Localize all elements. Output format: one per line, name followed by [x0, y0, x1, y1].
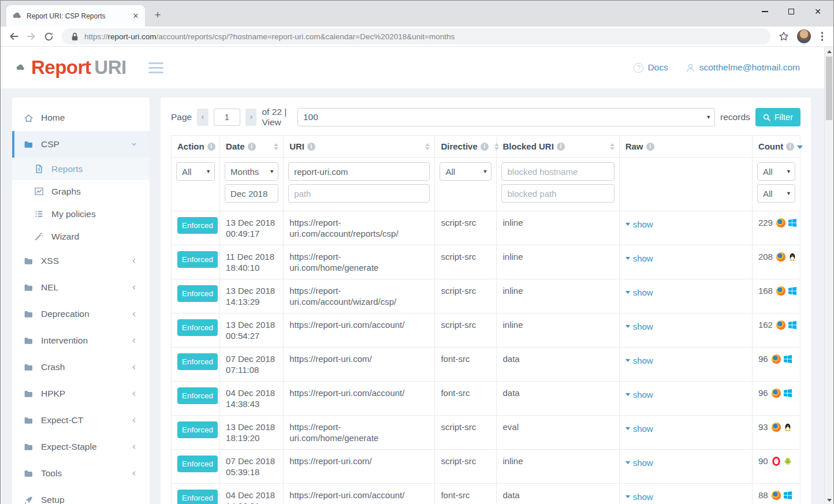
url-bar[interactable]: https://report-uri.com/account/reports/c… [62, 28, 770, 44]
firefox-icon [772, 423, 781, 432]
sidebar-item-wizard[interactable]: Wizard [12, 225, 150, 248]
sidebar-item-nel[interactable]: NEL [12, 274, 150, 301]
new-tab-button[interactable]: + [151, 8, 165, 22]
show-raw-link[interactable]: show [626, 321, 653, 332]
table-row: Enforced04 Dec 2018 14:38:43https://repo… [172, 382, 801, 416]
sidebar-item-setup[interactable]: Setup [12, 487, 150, 504]
scrollbar-thumb[interactable] [826, 57, 832, 120]
action-filter-select[interactable]: All▼ [176, 162, 215, 181]
sidebar-item-expect-ct[interactable]: Expect-CT [12, 407, 150, 434]
page-number-input[interactable] [214, 109, 240, 126]
back-arrow-icon [9, 31, 19, 42]
show-raw-link[interactable]: show [626, 423, 653, 434]
raw-cell: show [619, 245, 752, 279]
reload-icon [44, 32, 54, 42]
uri-cell: https://report-uri.com/account/ [284, 382, 435, 416]
sidebar-item-hpkp[interactable]: HPKP [12, 380, 150, 407]
next-page-button[interactable] [245, 109, 257, 126]
date-filter-input[interactable] [225, 184, 278, 203]
show-raw-link[interactable]: show [626, 491, 653, 502]
sidebar-item-home[interactable]: Home [12, 104, 150, 131]
window-minimize-button[interactable] [751, 2, 778, 21]
column-header-count[interactable]: Counti [752, 136, 800, 158]
directive-filter-select[interactable]: All▼ [440, 162, 492, 181]
column-header-date[interactable]: Datei [220, 136, 284, 158]
scrollbar-down-button[interactable] [825, 495, 833, 504]
reload-button[interactable] [40, 28, 57, 44]
column-header-uri[interactable]: URIi [284, 136, 435, 158]
sidebar-item-csp[interactable]: CSP [12, 131, 150, 158]
column-label: Action [177, 141, 204, 151]
sidebar-item-crash[interactable]: Crash [12, 354, 150, 380]
forward-button[interactable] [23, 28, 40, 44]
count-filter-select-2[interactable]: All▼ [757, 184, 795, 203]
date-unit-select[interactable]: Months▼ [225, 162, 278, 181]
records-per-page-select[interactable]: 100 ▼ [297, 108, 715, 126]
browser-tab[interactable]: Report URI: CSP Reports ✕ [6, 5, 145, 27]
docs-link[interactable]: ? Docs [634, 62, 668, 73]
profile-avatar[interactable] [797, 29, 811, 43]
uri-hostname-filter-input[interactable] [288, 162, 430, 181]
uri-cell: https://report-uri.com/home/generate [284, 416, 435, 450]
report-uri-logo[interactable]: ReportURI [16, 57, 126, 79]
blocked-hostname-filter-input[interactable] [501, 162, 614, 181]
filter-button[interactable]: Filter [755, 108, 801, 126]
web-page: ReportURI ? Docs scotthelme@hotmail.com [1, 47, 833, 504]
sidebar-item-my-policies[interactable]: My policies [12, 203, 150, 225]
sidebar-item-tools[interactable]: Tools [12, 460, 150, 487]
account-menu[interactable]: scotthelme@hotmail.com [686, 62, 800, 73]
show-raw-link[interactable]: show [626, 457, 653, 468]
info-icon[interactable]: i [646, 143, 654, 151]
home-icon [24, 113, 33, 123]
browser-menu-button[interactable] [816, 32, 829, 41]
sort-icon[interactable] [494, 143, 499, 150]
blocked-path-filter-input[interactable] [501, 184, 614, 203]
action-badge: Enforced [177, 490, 218, 504]
action-cell: Enforced [172, 313, 220, 348]
info-icon[interactable]: i [248, 143, 256, 151]
column-header-directive[interactable]: Directivei [435, 136, 497, 158]
count-filter-select-1[interactable]: All▼ [757, 162, 795, 181]
scrollbar-up-button[interactable] [825, 47, 833, 56]
uri-path-filter-input[interactable] [288, 184, 430, 203]
sort-icon[interactable] [425, 143, 430, 150]
count-cell: 162 [752, 313, 800, 348]
sidebar-item-graphs[interactable]: Graphs [12, 180, 150, 203]
sidebar-item-deprecation[interactable]: Deprecation [12, 301, 150, 327]
site-header: ReportURI ? Docs scotthelme@hotmail.com [1, 47, 824, 88]
sidebar-item-xss[interactable]: XSS [12, 248, 150, 274]
sort-icon[interactable] [274, 143, 278, 150]
sidebar-item-reports[interactable]: Reports [12, 158, 150, 180]
forward-arrow-icon [26, 31, 36, 42]
sidebar-item-label: Crash [41, 362, 65, 372]
bookmark-button[interactable] [775, 28, 792, 44]
info-icon[interactable]: i [557, 143, 565, 151]
show-raw-link[interactable]: show [626, 253, 653, 264]
show-raw-link[interactable]: show [626, 287, 653, 298]
info-icon[interactable]: i [481, 143, 489, 151]
sort-icon[interactable] [610, 143, 615, 150]
column-header-blocked-uri[interactable]: Blocked URIi [497, 136, 619, 158]
action-cell: Enforced [172, 416, 220, 450]
show-raw-link[interactable]: show [626, 219, 653, 230]
column-label: Directive [441, 141, 477, 151]
chevron-left-icon [130, 337, 138, 345]
page-scrollbar[interactable] [824, 47, 833, 504]
window-close-button[interactable]: ✕ [805, 2, 831, 21]
date-cell: 04 Dec 2018 14:26:31 [220, 484, 284, 504]
sidebar-item-expect-staple[interactable]: Expect-Staple [12, 434, 150, 460]
tab-close-icon[interactable]: ✕ [131, 12, 140, 21]
show-raw-link[interactable]: show [626, 389, 653, 400]
info-icon[interactable]: i [307, 143, 315, 151]
back-button[interactable] [5, 28, 23, 44]
sidebar-item-intervention[interactable]: Intervention [12, 327, 150, 354]
action-cell: Enforced [172, 484, 220, 504]
info-icon[interactable]: i [207, 143, 215, 151]
sort-desc-icon[interactable] [797, 145, 803, 149]
table-row: Enforced04 Dec 2018 14:26:31https://repo… [172, 484, 801, 504]
show-raw-link[interactable]: show [626, 355, 653, 366]
hamburger-menu-icon[interactable] [148, 62, 163, 73]
prev-page-button[interactable] [197, 109, 208, 126]
window-maximize-button[interactable] [778, 2, 805, 21]
info-icon[interactable]: i [786, 143, 794, 151]
